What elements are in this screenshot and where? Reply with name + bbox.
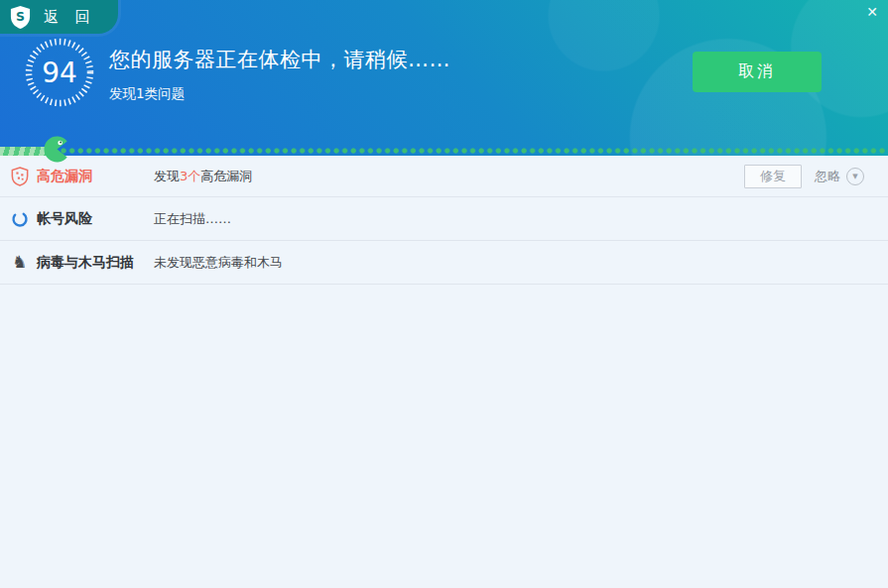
scan-item-label: 帐号风险 <box>37 210 154 228</box>
status-count-highlight: 3个 <box>180 169 200 183</box>
scan-item-label: 高危漏洞 <box>37 168 154 185</box>
app-window: S 返 回 ✕ 94 您的服务器正在体检中，请稍候…… 发现1类问题 取消 <box>0 0 888 588</box>
pacman-progress-icon <box>44 136 70 163</box>
ignore-dropdown-icon[interactable]: ▼ <box>846 168 864 185</box>
row-actions: 修复 忽略 ▼ <box>744 165 864 188</box>
scan-item-status: 正在扫描…… <box>154 210 231 228</box>
scan-item-status: 发现3个高危漏洞 <box>154 168 252 185</box>
cancel-button[interactable]: 取消 <box>693 52 822 92</box>
scanning-spinner-icon <box>9 210 30 228</box>
ignore-button[interactable]: 忽略 <box>815 168 840 185</box>
scan-result-list: 高危漏洞 发现3个高危漏洞 修复 忽略 ▼ 帐号风险 正在扫描…… ♞ 病毒与木… <box>0 156 888 285</box>
scan-row-vulnerability: 高危漏洞 发现3个高危漏洞 修复 忽略 ▼ <box>0 156 888 197</box>
scan-progress-bar <box>0 146 888 156</box>
scan-status-title: 您的服务器正在体检中，请稍候…… <box>109 46 450 73</box>
horse-glyph: ♞ <box>12 254 27 271</box>
chevron-down-icon: ▼ <box>852 173 857 180</box>
title-block: 您的服务器正在体检中，请稍候…… 发现1类问题 <box>109 46 450 103</box>
scan-row-account-risk: 帐号风险 正在扫描…… <box>0 197 888 241</box>
scan-item-status: 未发现恶意病毒和木马 <box>154 254 283 272</box>
issues-found-subtitle: 发现1类问题 <box>109 85 450 103</box>
vulnerability-shield-icon <box>9 167 30 186</box>
back-button[interactable]: S 返 回 <box>0 0 118 34</box>
scan-row-virus-trojan: ♞ 病毒与木马扫描 未发现恶意病毒和木马 <box>0 241 888 285</box>
close-icon[interactable]: ✕ <box>863 3 881 21</box>
back-button-label: 返 回 <box>44 8 96 27</box>
fix-button[interactable]: 修复 <box>744 165 802 188</box>
health-score-value: 94 <box>24 37 95 108</box>
header-banner: S 返 回 ✕ 94 您的服务器正在体检中，请稍候…… 发现1类问题 取消 <box>0 0 888 156</box>
logo-letter: S <box>16 9 25 24</box>
status-suffix: 高危漏洞 <box>200 169 252 183</box>
progress-dots <box>60 147 888 155</box>
health-score-gauge: 94 <box>24 37 95 108</box>
trojan-horse-icon: ♞ <box>9 254 30 271</box>
status-prefix: 发现 <box>154 169 180 183</box>
scan-item-label: 病毒与木马扫描 <box>37 254 154 272</box>
app-shield-logo: S <box>9 5 32 30</box>
